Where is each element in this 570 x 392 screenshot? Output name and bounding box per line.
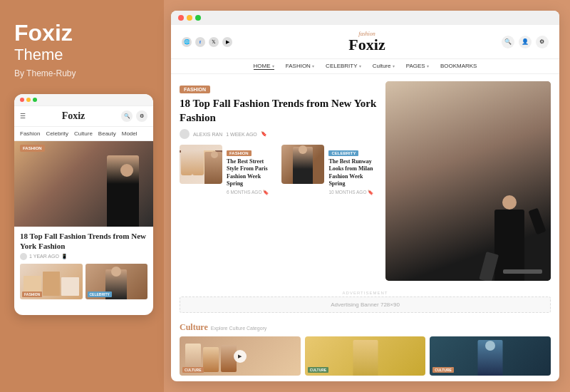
- culture-card-2[interactable]: CULTURE: [305, 336, 426, 376]
- small-article-1: FASHION The Best Street Style From Paris…: [180, 145, 276, 195]
- mobile-nav-beauty[interactable]: Beauty: [98, 130, 116, 137]
- mobile-badge-celebrity: CELEBRITY: [88, 292, 112, 297]
- brand-author: By Theme-Ruby: [14, 68, 76, 78]
- culture-header: Culture Explore Culture Category: [180, 320, 551, 333]
- small-article-2: CELEBRITY The Best Runway Looks from Mil…: [281, 145, 378, 195]
- bookmark-icon: 🔖: [263, 190, 269, 195]
- nav-bookmarks[interactable]: BOOKMARKS: [440, 63, 477, 70]
- social-icons: 🌐 f 𝕏 ▶: [182, 37, 232, 47]
- pinterest-icon[interactable]: ▶: [222, 37, 232, 47]
- hero-figure: [484, 192, 534, 281]
- nav-celebrity[interactable]: CELEBRITY ▾: [326, 63, 361, 70]
- small-article-img-1: [180, 145, 222, 184]
- mobile-badge-fashion: FASHION: [22, 292, 42, 297]
- gear-icon[interactable]: ⚙: [136, 110, 147, 122]
- mobile-header: ☰ Foxiz 🔍 ⚙: [14, 106, 153, 127]
- nav-fashion[interactable]: FASHION ▾: [286, 63, 314, 70]
- play-button-1[interactable]: ▶: [234, 350, 247, 363]
- brand-subtitle: Theme: [14, 46, 63, 64]
- small-meta-2: 10 MONTHS AGO 🔖: [328, 190, 378, 195]
- mobile-small-img-fashion: FASHION: [20, 264, 83, 299]
- mobile-hero-image: FASHION: [14, 141, 153, 227]
- article-time: 1 WEEK AGO: [226, 132, 257, 137]
- small-title-1[interactable]: The Best Street Style From Paris Fashion…: [227, 158, 276, 188]
- desktop-logo: fashion Foxiz: [348, 31, 385, 53]
- dot-yellow: [187, 15, 192, 21]
- dot-red: [20, 98, 24, 102]
- mobile-small-card-2: CELEBRITY: [86, 264, 148, 299]
- desktop-main: FASHION 18 Top Fall Fashion Trends from …: [171, 74, 559, 288]
- small-article-content-2: CELEBRITY The Best Runway Looks from Mil…: [328, 145, 378, 195]
- hero-image: [385, 81, 551, 281]
- featured-badge: FASHION: [180, 86, 210, 93]
- main-left: FASHION 18 Top Fall Fashion Trends from …: [180, 81, 378, 281]
- desktop-header: 🌐 f 𝕏 ▶ fashion Foxiz 🔍 👤 ⚙: [171, 25, 559, 59]
- author-avatar: [180, 129, 190, 139]
- culture-card-3[interactable]: CULTURE: [430, 336, 551, 376]
- facebook-icon[interactable]: f: [195, 37, 205, 47]
- small-meta-1: 6 MONTHS AGO 🔖: [227, 190, 276, 195]
- mobile-hero-badge: FASHION: [20, 145, 45, 152]
- mobile-small-img-celebrity: CELEBRITY: [86, 264, 148, 299]
- small-article-img-2: [281, 145, 324, 184]
- dot-green: [195, 15, 201, 21]
- culture-title: Culture: [180, 322, 208, 332]
- mobile-nav: Fashion Celebrity Culture Beauty Model: [14, 127, 153, 141]
- culture-badge-2: CULTURE: [308, 367, 329, 373]
- desktop-top-bar: [171, 11, 559, 25]
- dot-green: [33, 98, 37, 102]
- mobile-article-title: 18 Top Fall Fashion Trends from New York…: [14, 227, 153, 253]
- nav-home[interactable]: HOME ▾: [254, 63, 274, 70]
- dot-yellow: [26, 98, 31, 102]
- world-icon[interactable]: 🌐: [182, 37, 192, 47]
- culture-card-1[interactable]: ▶ CULTURE: [180, 336, 301, 376]
- user-icon[interactable]: 👤: [519, 36, 532, 48]
- hero-bg: [385, 81, 551, 281]
- brand-name: Foxiz: [14, 21, 73, 44]
- advert-banner: Advertising Banner 728×90: [180, 296, 551, 313]
- featured-meta: ALEXIS RAN 1 WEEK AGO 🔖: [180, 129, 378, 139]
- dot-red: [178, 15, 184, 21]
- mobile-logo: Foxiz: [62, 110, 86, 122]
- advert-section: ADVERTISEMENT Advertising Banner 728×90: [171, 288, 559, 316]
- culture-badge-1: CULTURE: [182, 367, 204, 373]
- mobile-nav-model[interactable]: Model: [122, 130, 138, 137]
- bookmark-icon-2: 🔖: [368, 190, 373, 195]
- mobile-article-meta: 1 YEAR AGO 📱: [14, 253, 153, 264]
- left-panel: Foxiz Theme By Theme-Ruby ☰ Foxiz 🔍 ⚙ Fa…: [0, 0, 164, 392]
- culture-badge-3: CULTURE: [432, 367, 454, 373]
- desktop-mockup: 🌐 f 𝕏 ▶ fashion Foxiz 🔍 👤 ⚙ HOME ▾ FASHI…: [171, 11, 559, 381]
- main-right: [385, 81, 551, 281]
- right-panel: 🌐 f 𝕏 ▶ fashion Foxiz 🔍 👤 ⚙ HOME ▾ FASHI…: [164, 0, 570, 392]
- twitter-icon[interactable]: 𝕏: [209, 37, 219, 47]
- search-icon[interactable]: 🔍: [121, 110, 133, 122]
- menu-icon[interactable]: ⚙: [536, 36, 549, 48]
- culture-grid: ▶ CULTURE CULTURE CULTURE: [180, 336, 551, 376]
- small-article-content-1: FASHION The Best Street Style From Paris…: [227, 145, 276, 195]
- mobile-small-card-1: FASHION: [20, 264, 83, 299]
- mobile-nav-celebrity[interactable]: Celebrity: [46, 130, 68, 137]
- header-icons: 🔍 👤 ⚙: [502, 36, 549, 48]
- culture-subtitle: Explore Culture Category: [211, 326, 267, 331]
- featured-article: FASHION 18 Top Fall Fashion Trends from …: [180, 81, 378, 139]
- small-badge-2: CELEBRITY: [328, 150, 358, 156]
- small-badge-1: FASHION: [227, 150, 252, 156]
- share-icon: 🔖: [261, 131, 267, 137]
- culture-section: Culture Explore Culture Category ▶ CULTU…: [171, 316, 559, 381]
- mobile-top-bar: [14, 94, 153, 106]
- advert-label: ADVERTISEMENT: [180, 291, 551, 295]
- desktop-nav: HOME ▾ FASHION ▾ CELEBRITY ▾ Culture ▾ P…: [171, 59, 559, 74]
- mobile-nav-culture[interactable]: Culture: [74, 130, 93, 137]
- mobile-nav-fashion[interactable]: Fashion: [20, 130, 40, 137]
- author-name: ALEXIS RAN: [193, 132, 222, 137]
- search-icon[interactable]: 🔍: [502, 36, 514, 48]
- small-articles-row: FASHION The Best Street Style From Paris…: [180, 145, 378, 195]
- clothes-rack-visual: [180, 145, 222, 184]
- featured-title[interactable]: 18 Top Fall Fashion Trends from New York…: [180, 97, 378, 125]
- nav-culture[interactable]: Culture ▾: [373, 63, 395, 70]
- small-title-2[interactable]: The Best Runway Looks from Milan Fashion…: [328, 158, 378, 188]
- mobile-bottom-articles: FASHION CELEBRITY: [14, 264, 153, 304]
- mobile-mockup: ☰ Foxiz 🔍 ⚙ Fashion Celebrity Culture Be…: [14, 94, 153, 315]
- mobile-icons: 🔍 ⚙: [121, 110, 147, 122]
- nav-pages[interactable]: PAGES ▾: [406, 63, 429, 70]
